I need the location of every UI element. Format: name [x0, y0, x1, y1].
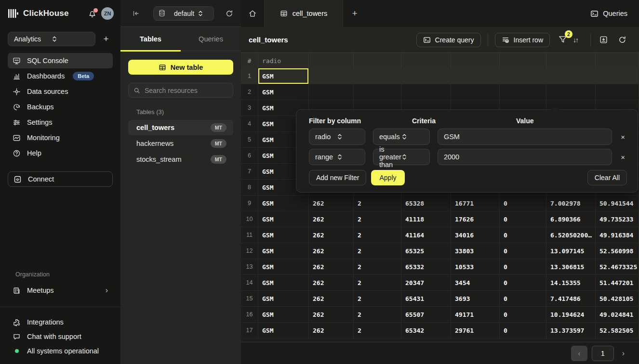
table-cell[interactable]: 262	[309, 211, 354, 227]
column-header[interactable]	[354, 53, 401, 68]
table-cell[interactable]: 262	[309, 291, 354, 306]
table-cell[interactable]: 65507	[401, 307, 451, 322]
table-cell[interactable]	[309, 68, 354, 84]
workspace-select[interactable]: Analytics	[8, 32, 95, 46]
table-cell[interactable]: GSM	[258, 68, 309, 84]
table-cell[interactable]: 0	[500, 323, 546, 338]
remove-filter-button[interactable]: ×	[621, 133, 625, 141]
sidebar-item-backups[interactable]: Backups	[8, 99, 113, 115]
add-new-filter-button[interactable]: Add new Filter	[309, 170, 366, 185]
table-cell[interactable]: 262	[309, 275, 354, 290]
table-cell[interactable]: 2	[354, 307, 401, 322]
table-list-item-hackernews[interactable]: hackernews MT	[128, 136, 233, 151]
table-cell[interactable]: 65342	[401, 323, 451, 338]
remove-filter-button[interactable]: ×	[621, 153, 625, 161]
refresh-icon[interactable]	[616, 34, 628, 46]
new-table-button[interactable]: New table	[128, 60, 233, 75]
table-cell[interactable]: 52.582505	[596, 323, 639, 338]
queries-button[interactable]: Queries	[579, 0, 639, 27]
table-cell[interactable]: 65332	[401, 259, 451, 274]
table-cell[interactable]: 0	[500, 211, 546, 227]
table-cell[interactable]: GSM	[258, 195, 309, 211]
table-cell[interactable]	[401, 84, 451, 100]
database-select[interactable]: default	[153, 6, 214, 21]
table-cell[interactable]: 0	[500, 307, 546, 322]
new-tab-button[interactable]: +	[343, 0, 366, 27]
table-cell[interactable]	[500, 84, 546, 100]
table-cell[interactable]: 2	[354, 243, 401, 259]
table-cell[interactable]: 13.306815	[546, 259, 596, 274]
table-cell[interactable]: GSM	[258, 291, 309, 306]
table-cell[interactable]: 0	[500, 227, 546, 243]
sidebar-item-integrations[interactable]: Integrations	[8, 315, 113, 329]
table-cell[interactable]: 0	[500, 275, 546, 290]
filter-criteria-select[interactable]: is greater than	[373, 149, 430, 165]
table-cell[interactable]: 6.890366	[546, 211, 596, 227]
table-cell[interactable]: 2	[354, 227, 401, 243]
table-cell[interactable]	[596, 84, 639, 100]
table-cell[interactable]	[546, 84, 596, 100]
table-cell[interactable]: 2	[354, 259, 401, 274]
table-cell[interactable]: 41164	[401, 227, 451, 243]
table-cell[interactable]: 50.428105	[596, 291, 639, 306]
column-header[interactable]	[309, 53, 354, 68]
sort-icon[interactable]: ↓↑	[573, 36, 578, 44]
avatar[interactable]: ZN	[101, 7, 114, 20]
column-header[interactable]: radio	[258, 53, 309, 68]
table-cell[interactable]: GSM	[258, 323, 309, 338]
filter-criteria-select[interactable]: equals	[373, 129, 430, 145]
table-cell[interactable]: 3454	[451, 275, 500, 290]
clear-all-button[interactable]: Clear All	[587, 170, 627, 185]
table-cell[interactable]: 14.15355	[546, 275, 596, 290]
table-cell[interactable]	[401, 68, 451, 84]
table-cell[interactable]: 7.002978	[546, 195, 596, 211]
table-cell[interactable]: 2	[354, 323, 401, 338]
column-header[interactable]	[451, 53, 500, 68]
system-status[interactable]: All systems operational	[8, 344, 113, 358]
table-cell[interactable]: 2	[354, 291, 401, 306]
table-cell[interactable]: 13.373597	[546, 323, 596, 338]
table-cell[interactable]: 65325	[401, 243, 451, 259]
sidebar-item-chat-support[interactable]: Chat with support	[8, 329, 113, 344]
table-cell[interactable]: GSM	[258, 227, 309, 243]
table-cell[interactable]: 13.097145	[546, 243, 596, 259]
table-cell[interactable]: 29761	[451, 323, 500, 338]
table-cell[interactable]: 49171	[451, 307, 500, 322]
table-cell[interactable]: 17626	[451, 211, 500, 227]
column-header[interactable]	[546, 53, 596, 68]
table-cell[interactable]: 262	[309, 243, 354, 259]
add-workspace-button[interactable]: +	[99, 34, 113, 44]
table-cell[interactable]: GSM	[258, 243, 309, 259]
table-cell[interactable]: GSM	[258, 259, 309, 274]
table-cell[interactable]: 2	[354, 211, 401, 227]
refresh-database-icon[interactable]	[226, 10, 233, 17]
table-cell[interactable]: 52.560998	[596, 243, 639, 259]
table-cell[interactable]: 16771	[451, 195, 500, 211]
table-list-item-cell-towers[interactable]: cell_towers MT	[128, 120, 233, 135]
table-cell[interactable]: 0	[500, 291, 546, 306]
filter-value-input[interactable]	[438, 149, 612, 165]
table-cell[interactable]: 20347	[401, 275, 451, 290]
table-cell[interactable]: 41118	[401, 211, 451, 227]
sidebar-item-settings[interactable]: Settings	[8, 115, 113, 130]
table-cell[interactable]: 262	[309, 195, 354, 211]
table-cell[interactable]: 50.941544	[596, 195, 639, 211]
table-cell[interactable]: 0	[500, 243, 546, 259]
table-cell[interactable]: 262	[309, 259, 354, 274]
table-cell[interactable]: 262	[309, 323, 354, 338]
table-cell[interactable]: 34016	[451, 227, 500, 243]
table-cell[interactable]: 10.194624	[546, 307, 596, 322]
table-cell[interactable]	[546, 68, 596, 84]
previous-page-button[interactable]: ‹	[571, 346, 587, 361]
sidebar-item-dashboards[interactable]: Dashboards Beta	[8, 68, 113, 84]
sidebar-item-meetups[interactable]: Meetups ›	[8, 283, 113, 298]
table-cell[interactable]: 2	[354, 195, 401, 211]
table-cell[interactable]: 10533	[451, 259, 500, 274]
table-cell[interactable]: 262	[309, 227, 354, 243]
current-page-indicator[interactable]: 1	[592, 346, 614, 361]
column-header[interactable]	[500, 53, 546, 68]
table-cell[interactable]: 0	[500, 195, 546, 211]
tab-cell-towers[interactable]: cell_towers	[264, 0, 343, 27]
table-list-item-stocks-stream[interactable]: stocks_stream MT	[128, 152, 233, 167]
create-query-button[interactable]: Create query	[416, 33, 481, 47]
